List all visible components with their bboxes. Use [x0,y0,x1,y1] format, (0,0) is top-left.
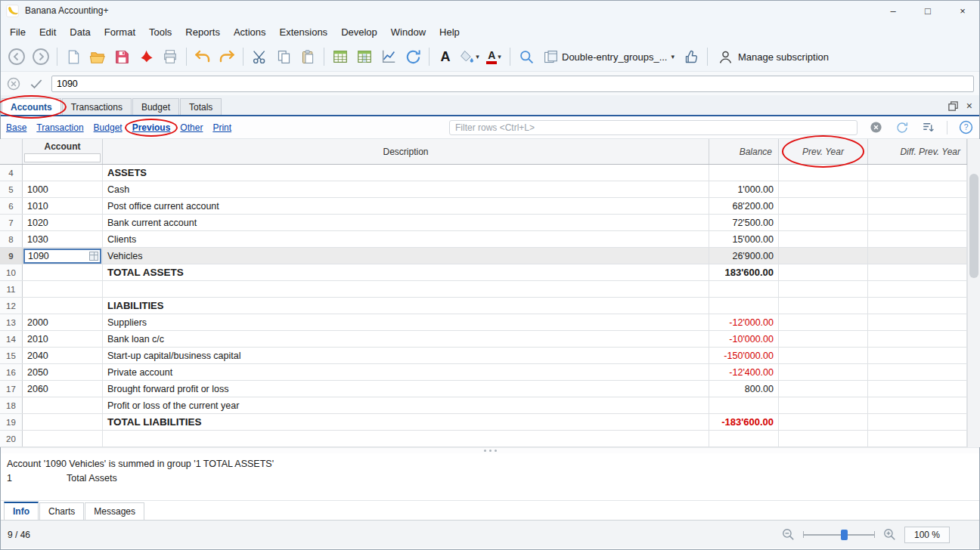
row-number-cell[interactable]: 14 [0,331,23,347]
prev-year-cell[interactable] [779,314,868,330]
prev-year-cell[interactable] [779,381,868,397]
prev-year-cell[interactable] [779,348,868,363]
account-cell[interactable]: 1000 [23,181,103,197]
row-number-cell[interactable]: 8 [0,231,23,247]
menu-tools[interactable]: Tools [142,23,178,42]
balance-cell[interactable]: 72'500.00 [709,215,779,230]
diff-prev-year-cell[interactable] [868,264,967,280]
clear-filter-button[interactable] [867,119,884,136]
balance-cell[interactable] [709,165,779,181]
copy-button[interactable] [271,45,296,69]
tab-totals[interactable]: Totals [180,98,222,115]
prev-year-cell[interactable] [779,414,868,430]
help-button[interactable]: ? [957,119,974,136]
balance-cell[interactable] [709,431,779,446]
cell-editor[interactable]: 1090 [23,249,101,264]
table-setup-button[interactable] [328,45,352,69]
row-number-cell[interactable]: 11 [0,281,23,297]
description-cell[interactable]: TOTAL LIABILITIES [103,414,709,430]
menu-data[interactable]: Data [63,23,97,42]
diff-prev-year-cell[interactable] [868,364,967,380]
account-cell[interactable]: 2040 [23,348,103,363]
tab-info[interactable]: Info [4,502,39,520]
tab-transactions[interactable]: Transactions [62,98,132,115]
document-selector[interactable]: Double-entry_groups_... ▾ [538,47,679,67]
view-link-previous[interactable]: Previous [132,122,171,133]
balance-cell[interactable]: -12'000.00 [709,314,779,330]
description-cell[interactable]: Start-up capital/business capital [103,348,709,363]
account-cell[interactable]: 2060 [23,381,103,397]
fill-color-button[interactable]: ▾ [457,45,482,69]
account-cell[interactable] [23,281,103,297]
account-cell[interactable]: 1020 [23,215,103,230]
row-number-cell[interactable]: 10 [0,264,23,280]
close-button[interactable]: × [945,0,980,21]
rate-button[interactable] [679,45,703,69]
new-file-button[interactable] [61,45,85,69]
zoom-level[interactable]: 100 % [904,527,950,543]
diff-prev-year-cell[interactable] [868,348,967,363]
description-cell[interactable]: Post office current account [103,198,709,214]
description-cell[interactable]: ASSETS [103,165,709,181]
menu-extensions[interactable]: Extensions [273,23,335,42]
account-cell[interactable]: 2050 [23,364,103,380]
balance-cell[interactable]: 68'200.00 [709,198,779,214]
columns-setup-button[interactable] [352,45,377,69]
detach-view-button[interactable] [947,100,959,112]
diff-prev-year-cell[interactable] [868,431,967,446]
diff-prev-year-cell[interactable] [868,281,967,297]
description-cell[interactable] [103,281,709,297]
menu-file[interactable]: File [3,23,33,42]
scrollbar-thumb[interactable] [969,174,978,278]
tab-budget[interactable]: Budget [132,98,179,115]
menu-format[interactable]: Format [98,23,142,42]
account-cell[interactable] [23,165,103,181]
row-number-cell[interactable]: 17 [0,381,23,397]
description-cell[interactable]: Cash [103,181,709,197]
account-cell[interactable]: 1030 [23,231,103,247]
diff-prev-year-cell[interactable] [868,181,967,197]
menu-actions[interactable]: Actions [227,23,273,42]
minimize-button[interactable]: – [876,0,910,21]
prev-year-cell[interactable] [779,298,868,314]
accept-edit-button[interactable] [29,76,44,91]
column-header-balance[interactable]: Balance [709,139,779,164]
row-number-cell[interactable]: 9 [0,248,23,264]
account-cell[interactable] [23,264,103,280]
prev-year-cell[interactable] [779,397,868,413]
prev-year-cell[interactable] [779,248,868,264]
balance-cell[interactable]: 183'600.00 [709,264,779,280]
redo-button[interactable] [215,45,239,69]
row-number-cell[interactable]: 5 [0,181,23,197]
view-link-print[interactable]: Print [212,122,231,133]
tab-accounts[interactable]: Accounts [2,98,61,115]
tab-messages[interactable]: Messages [85,502,144,520]
account-cell[interactable]: 1090 [23,248,103,264]
account-cell[interactable] [23,397,103,413]
chart-button[interactable] [377,45,401,69]
tab-charts[interactable]: Charts [39,502,84,520]
row-number-cell[interactable]: 16 [0,364,23,380]
prev-year-cell[interactable] [779,431,868,446]
pdf-export-button[interactable] [134,45,158,69]
prev-year-cell[interactable] [779,181,868,197]
account-cell[interactable]: 1010 [23,198,103,214]
row-number-cell[interactable]: 7 [0,215,23,230]
zoom-slider-thumb[interactable] [841,530,848,540]
diff-prev-year-cell[interactable] [868,314,967,330]
prev-year-cell[interactable] [779,264,868,280]
account-cell[interactable] [23,414,103,430]
prev-year-cell[interactable] [779,281,868,297]
diff-prev-year-cell[interactable] [868,298,967,314]
description-cell[interactable]: Private account [103,364,709,380]
balance-cell[interactable]: -183'600.00 [709,414,779,430]
menu-edit[interactable]: Edit [33,23,63,42]
menu-develop[interactable]: Develop [334,23,384,42]
prev-year-cell[interactable] [779,165,868,181]
description-cell[interactable]: TOTAL ASSETS [103,264,709,280]
balance-cell[interactable] [709,298,779,314]
row-number-cell[interactable]: 13 [0,314,23,330]
account-cell[interactable]: 2010 [23,331,103,347]
paste-button[interactable] [296,45,320,69]
description-cell[interactable]: Profit or loss of the current year [103,397,709,413]
